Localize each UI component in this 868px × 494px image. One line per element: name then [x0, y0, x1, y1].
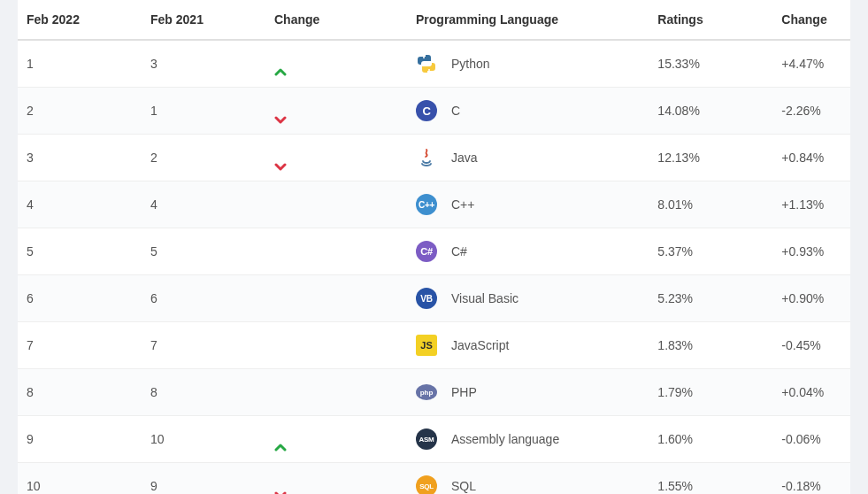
- cell-trend: [265, 322, 407, 369]
- vb-icon: VB: [416, 288, 437, 309]
- python-icon: [416, 53, 437, 74]
- table-row: 910ASMAssembly language1.60%-0.06%: [18, 416, 850, 463]
- asm-icon: ASM: [416, 428, 437, 450]
- cell-feb2021: 7: [142, 322, 265, 369]
- cell-change: -0.18%: [772, 463, 850, 495]
- svg-point-0: [423, 57, 425, 58]
- table-row: 109SQLSQL1.55%-0.18%: [18, 463, 850, 495]
- header-change: Change: [772, 0, 850, 40]
- cell-language: JavaScript: [442, 322, 649, 369]
- cell-lang-icon: php: [407, 369, 442, 416]
- cell-trend: [265, 181, 407, 228]
- cell-ratings: 8.01%: [649, 181, 772, 228]
- cell-language: C: [442, 88, 649, 135]
- cell-feb2022: 6: [18, 275, 142, 322]
- c-icon: C: [416, 100, 437, 121]
- cell-language: PHP: [442, 369, 649, 416]
- table-row: 66VBVisual Basic5.23%+0.90%: [18, 275, 850, 322]
- table-row: 21CC14.08%-2.26%: [18, 88, 850, 135]
- cell-lang-icon: C++: [407, 181, 442, 228]
- table-header-row: Feb 2022 Feb 2021 Change Programming Lan…: [18, 0, 850, 40]
- cell-lang-icon: VB: [407, 275, 442, 322]
- cell-change: +0.93%: [772, 228, 850, 275]
- cell-feb2022: 3: [18, 135, 142, 181]
- cell-ratings: 15.33%: [649, 40, 772, 88]
- js-icon: JS: [416, 335, 437, 356]
- cell-lang-icon: ASM: [407, 416, 442, 463]
- cell-feb2022: 4: [18, 181, 142, 228]
- cpp-icon: C++: [416, 194, 437, 215]
- cell-language: C#: [442, 228, 649, 275]
- cell-feb2021: 3: [142, 40, 265, 88]
- cell-feb2021: 5: [142, 228, 265, 275]
- cell-language: Python: [442, 40, 649, 88]
- cell-ratings: 1.79%: [649, 369, 772, 416]
- cell-feb2021: 2: [142, 135, 265, 181]
- cell-change: +0.90%: [772, 275, 850, 322]
- cell-language: Assembly language: [442, 416, 649, 463]
- cell-ratings: 1.60%: [649, 416, 772, 463]
- cell-feb2021: 8: [142, 369, 265, 416]
- cell-lang-icon: [407, 135, 442, 181]
- cell-ratings: 14.08%: [649, 88, 772, 135]
- cell-trend: [265, 40, 407, 88]
- cell-trend: [265, 416, 407, 463]
- php-icon: php: [416, 382, 437, 403]
- cell-change: +0.04%: [772, 369, 850, 416]
- cell-change: -0.45%: [772, 322, 850, 369]
- cell-feb2022: 7: [18, 322, 142, 369]
- header-language: Programming Language: [407, 0, 649, 40]
- cell-language: Java: [442, 135, 649, 181]
- csharp-icon: C#: [416, 241, 437, 262]
- cell-feb2022: 9: [18, 416, 142, 463]
- cell-feb2021: 6: [142, 275, 265, 322]
- rankings-table: Feb 2022 Feb 2021 Change Programming Lan…: [18, 0, 850, 494]
- table-row: 77JSJavaScript1.83%-0.45%: [18, 322, 850, 369]
- cell-ratings: 5.23%: [649, 275, 772, 322]
- cell-feb2022: 5: [18, 228, 142, 275]
- table-row: 88phpPHP1.79%+0.04%: [18, 369, 850, 416]
- cell-change: +0.84%: [772, 135, 850, 181]
- table-row: 44C++C++8.01%+1.13%: [18, 181, 850, 228]
- cell-feb2021: 4: [142, 181, 265, 228]
- cell-trend: [265, 228, 407, 275]
- cell-ratings: 1.55%: [649, 463, 772, 495]
- cell-ratings: 12.13%: [649, 135, 772, 181]
- cell-trend: [265, 135, 407, 181]
- cell-feb2022: 2: [18, 88, 142, 135]
- cell-ratings: 5.37%: [649, 228, 772, 275]
- cell-feb2022: 10: [18, 463, 142, 495]
- table-row: 32Java12.13%+0.84%: [18, 135, 850, 181]
- table-row: 13Python15.33%+4.47%: [18, 40, 850, 88]
- java-icon: [416, 147, 437, 168]
- header-ratings: Ratings: [649, 0, 772, 40]
- cell-change: -0.06%: [772, 416, 850, 463]
- cell-lang-icon: C: [407, 88, 442, 135]
- cell-feb2021: 1: [142, 88, 265, 135]
- cell-trend: [265, 88, 407, 135]
- cell-trend: [265, 275, 407, 322]
- cell-trend: [265, 463, 407, 495]
- cell-language: Visual Basic: [442, 275, 649, 322]
- table-row: 55C#C#5.37%+0.93%: [18, 228, 850, 275]
- cell-lang-icon: SQL: [407, 463, 442, 495]
- header-trend: Change: [265, 0, 407, 40]
- cell-change: +1.13%: [772, 181, 850, 228]
- svg-point-1: [428, 69, 430, 71]
- cell-language: SQL: [442, 463, 649, 495]
- cell-change: +4.47%: [772, 40, 850, 88]
- cell-feb2021: 10: [142, 416, 265, 463]
- cell-feb2021: 9: [142, 463, 265, 495]
- cell-ratings: 1.83%: [649, 322, 772, 369]
- cell-feb2022: 1: [18, 40, 142, 88]
- cell-change: -2.26%: [772, 88, 850, 135]
- cell-lang-icon: [407, 40, 442, 88]
- cell-lang-icon: C#: [407, 228, 442, 275]
- cell-feb2022: 8: [18, 369, 142, 416]
- cell-lang-icon: JS: [407, 322, 442, 369]
- cell-trend: [265, 369, 407, 416]
- header-feb2021: Feb 2021: [142, 0, 265, 40]
- sql-icon: SQL: [416, 475, 437, 494]
- cell-language: C++: [442, 181, 649, 228]
- header-feb2022: Feb 2022: [18, 0, 142, 40]
